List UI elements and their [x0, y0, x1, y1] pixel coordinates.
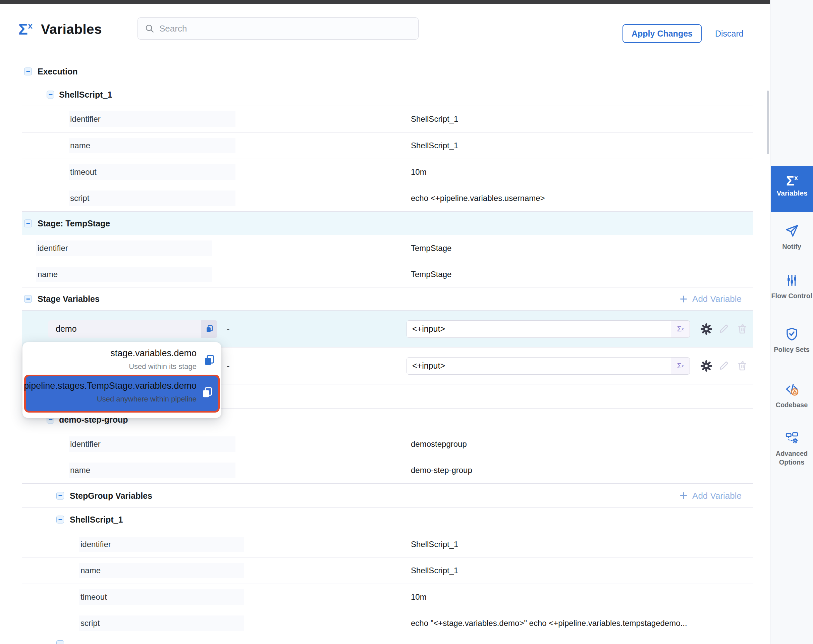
search-input[interactable]	[159, 23, 411, 34]
collapse-icon[interactable]	[56, 492, 64, 500]
sidebar-item-policy-sets[interactable]: Policy Sets	[770, 327, 813, 354]
collapse-icon[interactable]	[56, 640, 64, 644]
field-label-box: identifier	[79, 537, 244, 552]
add-variable-button[interactable]: Add Variable	[679, 491, 742, 501]
sidebar-item-label: Variables	[771, 189, 813, 197]
copy-variable-button[interactable]	[201, 320, 217, 338]
field-label-box: script	[79, 615, 244, 631]
sliders-icon	[785, 273, 799, 287]
field-label: name	[80, 566, 101, 575]
variable-value-text: <+input>	[412, 324, 445, 334]
required-dash: -	[227, 360, 230, 371]
apply-changes-button[interactable]: Apply Changes	[623, 24, 702, 43]
kv-row-timeout: timeout 10m	[22, 159, 753, 185]
field-label-box: identifier	[69, 436, 235, 452]
vertical-scrollbar-thumb[interactable]	[767, 90, 769, 154]
variable-row-demo: demo - <+input> Σx	[22, 310, 753, 347]
variables-sigma-icon: Σx	[18, 20, 32, 38]
field-label-box: name	[69, 138, 235, 153]
shield-check-icon	[785, 327, 799, 341]
collapse-icon[interactable]	[47, 90, 54, 98]
field-label: identifier	[70, 439, 101, 449]
expression-toggle-button[interactable]: Σx	[671, 357, 690, 374]
kv-row-identifier: identifier demostepgroup	[22, 431, 753, 457]
add-variable-button[interactable]: Add Variable	[679, 294, 742, 304]
variable-value-input[interactable]: <+input> Σx	[406, 357, 690, 375]
section-title: ShellScript_1	[59, 90, 112, 99]
field-value: TempStage	[411, 244, 451, 253]
plus-icon	[679, 294, 688, 303]
field-label: script	[70, 193, 89, 203]
section-row-stage-variables[interactable]: Stage Variables Add Variable	[22, 287, 753, 310]
collapse-icon[interactable]	[24, 68, 32, 75]
field-label-box: name	[36, 267, 212, 282]
field-label: name	[38, 270, 58, 279]
section-row-shellscript[interactable]: ShellScript_1	[22, 508, 753, 531]
required-dash: -	[227, 324, 230, 334]
field-label: name	[70, 466, 90, 475]
sidebar-item-flow-control[interactable]: Flow Control	[770, 273, 813, 300]
copy-icon[interactable]	[201, 386, 214, 399]
field-value: echo <+pipeline.variables.username>	[411, 193, 545, 203]
sidebar-item-variables[interactable]: Σx Variables	[771, 166, 813, 212]
field-value: TempStage	[411, 270, 451, 279]
field-value: echo "<+stage.variables.demo>" echo <+pi…	[411, 618, 687, 628]
plus-icon	[679, 491, 688, 500]
sidebar-item-codebase[interactable]: Codebase	[770, 382, 813, 409]
header: Σx Variables Apply Changes Discard	[0, 4, 770, 57]
add-variable-label: Add Variable	[692, 491, 742, 501]
expression-toggle-button[interactable]: Σx	[671, 320, 690, 337]
delete-trash-icon[interactable]	[736, 360, 748, 372]
expression-option-pipeline-scope-selected[interactable]: pipeline.stages.TempStage.variables.demo…	[24, 375, 220, 412]
settings-gear-icon[interactable]	[700, 360, 712, 372]
sidebar-item-label: Advanced Options	[770, 449, 813, 466]
kv-row-timeout: timeout 10m	[22, 584, 753, 610]
search-icon	[144, 23, 155, 34]
section-row-execution[interactable]: Execution	[22, 60, 753, 83]
right-panel-sidebar: Σx Variables Notify Flow Control Policy …	[770, 0, 813, 644]
sidebar-item-notify[interactable]: Notify	[770, 224, 813, 251]
field-label: name	[70, 141, 90, 150]
field-value: ShellScript_1	[411, 566, 458, 575]
field-value: ShellScript_1	[411, 114, 458, 124]
copy-icon[interactable]	[202, 354, 216, 367]
field-label-box: identifier	[69, 111, 235, 127]
field-value: ShellScript_1	[411, 141, 458, 150]
search-box[interactable]	[138, 17, 419, 40]
collapse-icon[interactable]	[56, 515, 64, 523]
collapse-icon[interactable]	[24, 219, 32, 227]
kv-row-name: name TempStage	[22, 261, 753, 287]
field-label-box: timeout	[69, 164, 235, 180]
variable-expression-popup: stage.variables.demo Used within its sta…	[23, 342, 221, 418]
expression-scope-hint: Used within its stage	[129, 362, 196, 371]
sidebar-item-advanced-options[interactable]: Advanced Options	[770, 431, 813, 466]
table-row-partial	[22, 636, 753, 644]
sidebar-item-label: Notify	[770, 242, 813, 251]
section-row-stepgroup-variables[interactable]: StepGroup Variables Add Variable	[22, 483, 753, 508]
field-label-box: name	[69, 463, 235, 478]
section-title: Execution	[38, 67, 77, 77]
settings-gear-icon[interactable]	[700, 323, 712, 335]
sidebar-item-label: Policy Sets	[770, 345, 813, 354]
field-label-box: script	[69, 190, 235, 206]
expression-scope-hint: Used anywhere within pipeline	[97, 395, 196, 403]
kv-row-script: script echo <+pipeline.variables.usernam…	[22, 185, 753, 211]
field-label-box: name	[79, 563, 244, 578]
edit-pencil-icon[interactable]	[718, 360, 730, 372]
field-label: timeout	[80, 592, 107, 602]
field-value: ShellScript_1	[411, 540, 458, 549]
field-label: identifier	[70, 114, 101, 124]
section-title: StepGroup Variables	[70, 491, 152, 500]
delete-trash-icon[interactable]	[736, 323, 748, 335]
field-value: demo-step-group	[411, 466, 472, 475]
variable-value-input[interactable]: <+input> Σx	[406, 320, 690, 338]
variables-sigma-icon: Σx	[786, 181, 798, 187]
discard-button[interactable]: Discard	[715, 29, 744, 38]
field-label-box: identifier	[36, 241, 212, 256]
edit-pencil-icon[interactable]	[718, 323, 730, 335]
variable-name-input[interactable]: demo	[48, 320, 201, 338]
section-row-shellscript[interactable]: ShellScript_1	[22, 83, 753, 106]
section-row-stage-tempstage[interactable]: Stage: TempStage	[22, 211, 753, 235]
collapse-icon[interactable]	[24, 295, 32, 303]
expression-option-stage-scope[interactable]: stage.variables.demo Used within its sta…	[23, 342, 221, 374]
